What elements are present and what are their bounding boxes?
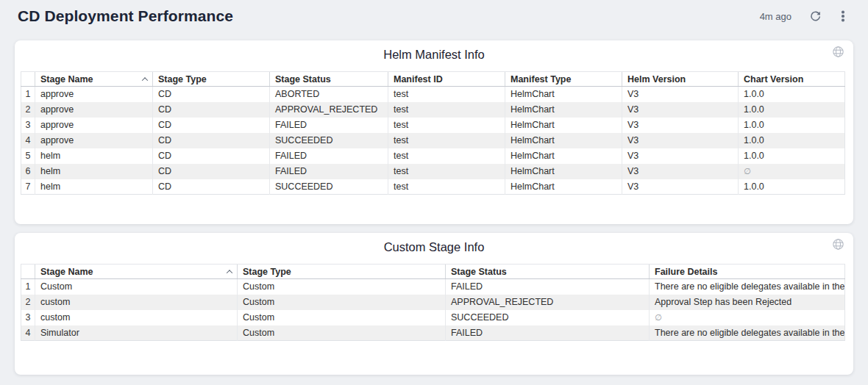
column-header-manifest-id[interactable]: Manifest ID bbox=[388, 72, 505, 87]
panel-title: Helm Manifest Info bbox=[15, 40, 853, 64]
custom-stage-table: Stage NameStage TypeStage StatusFailure … bbox=[21, 264, 845, 341]
table-cell: CD bbox=[153, 102, 270, 118]
column-header-label: Manifest ID bbox=[394, 74, 443, 84]
table-cell: ∅ bbox=[650, 310, 845, 325]
table-cell: test bbox=[388, 133, 505, 148]
table-cell: SUCCEEDED bbox=[270, 133, 388, 148]
table-row: 5helmCDFAILEDtestHelmChartV31.0.0 bbox=[21, 148, 845, 164]
table-row: 7helmCDSUCCEEDEDtestHelmChartV31.0.0 bbox=[21, 179, 845, 195]
row-number: 6 bbox=[21, 164, 35, 179]
column-header-failure-details[interactable]: Failure Details bbox=[650, 265, 845, 279]
column-header-label: Chart Version bbox=[744, 74, 803, 84]
column-header-stage-type[interactable]: Stage Type bbox=[238, 265, 446, 279]
table-cell: approve bbox=[35, 133, 153, 148]
sort-ascending-icon bbox=[142, 77, 148, 83]
table-cell: helm bbox=[35, 164, 153, 179]
sort-ascending-icon bbox=[227, 270, 232, 276]
table-cell: 1.0.0 bbox=[739, 118, 845, 133]
table-cell: Custom bbox=[238, 295, 446, 310]
table-cell: HelmChart bbox=[505, 87, 622, 102]
kebab-menu-button[interactable] bbox=[834, 7, 852, 25]
column-header-label: Stage Type bbox=[158, 74, 207, 84]
table-cell: HelmChart bbox=[505, 118, 622, 133]
row-number: 5 bbox=[21, 148, 35, 164]
table-cell: Approval Step has been Rejected bbox=[650, 295, 845, 310]
dashboard-page: CD Deployment Performance 4m ago Helm Ma… bbox=[0, 0, 868, 375]
column-header-stage-status[interactable]: Stage Status bbox=[446, 265, 650, 279]
column-header-manifest-type[interactable]: Manifest Type bbox=[505, 72, 622, 87]
row-number: 1 bbox=[21, 87, 35, 102]
page-title: CD Deployment Performance bbox=[18, 7, 233, 25]
table-cell: test bbox=[388, 87, 505, 102]
table-cell: V3 bbox=[622, 164, 739, 179]
table-cell: HelmChart bbox=[505, 102, 622, 118]
row-number: 4 bbox=[21, 133, 35, 148]
column-header-chart-version[interactable]: Chart Version bbox=[739, 72, 845, 87]
table-cell: 1.0.0 bbox=[739, 133, 845, 148]
row-number: 4 bbox=[21, 325, 35, 341]
panel-globe-button[interactable] bbox=[832, 238, 844, 251]
table-row: 2approveCDAPPROVAL_REJECTEDtestHelmChart… bbox=[21, 102, 845, 118]
table-cell: SUCCEEDED bbox=[446, 310, 650, 325]
helm-manifest-table: Stage NameStage TypeStage StatusManifest… bbox=[21, 71, 845, 195]
table-cell: CD bbox=[153, 118, 270, 133]
column-header-helm-version[interactable]: Helm Version bbox=[622, 72, 739, 87]
table-cell: test bbox=[388, 118, 505, 133]
table-cell: test bbox=[388, 164, 505, 179]
table-cell: There are no eligible delegates availabl… bbox=[650, 279, 845, 295]
table-cell: There are no eligible delegates availabl… bbox=[650, 325, 845, 341]
table-cell: Custom bbox=[238, 310, 446, 325]
table-cell: Custom bbox=[238, 325, 446, 341]
row-number: 1 bbox=[21, 279, 35, 295]
table-cell: APPROVAL_REJECTED bbox=[446, 295, 650, 310]
table-cell: FAILED bbox=[270, 148, 388, 164]
table-row: 3customCustomSUCCEEDED∅ bbox=[21, 310, 845, 325]
table-row: 6helmCDFAILEDtestHelmChartV3∅ bbox=[21, 164, 845, 179]
table-cell: HelmChart bbox=[505, 148, 622, 164]
table-cell: 1.0.0 bbox=[739, 102, 845, 118]
globe-icon bbox=[832, 238, 844, 251]
row-number: 7 bbox=[21, 179, 35, 195]
table-cell: CD bbox=[153, 133, 270, 148]
column-header-stage-status[interactable]: Stage Status bbox=[270, 72, 388, 87]
column-header-label: Failure Details bbox=[655, 267, 717, 277]
table-cell: HelmChart bbox=[505, 179, 622, 195]
table-cell: V3 bbox=[622, 102, 739, 118]
vertical-ellipsis-icon bbox=[842, 15, 844, 18]
table-cell: approve bbox=[35, 87, 153, 102]
table-cell: V3 bbox=[622, 148, 739, 164]
table-cell: approve bbox=[35, 118, 153, 133]
table-cell: test bbox=[388, 102, 505, 118]
panel-globe-button[interactable] bbox=[832, 46, 844, 58]
row-number: 2 bbox=[21, 102, 35, 118]
table-cell: approve bbox=[35, 102, 153, 118]
column-header-label: Stage Name bbox=[40, 267, 93, 277]
table-cell: helm bbox=[35, 179, 153, 195]
table-cell: V3 bbox=[622, 87, 739, 102]
table-row: 3approveCDFAILEDtestHelmChartV31.0.0 bbox=[21, 118, 845, 133]
refresh-button[interactable] bbox=[806, 7, 824, 25]
table-row: 4approveCDSUCCEEDEDtestHelmChartV31.0.0 bbox=[21, 133, 845, 148]
table-cell: helm bbox=[35, 148, 153, 164]
row-number-header bbox=[21, 72, 35, 87]
table-cell: FAILED bbox=[270, 118, 388, 133]
table-cell: FAILED bbox=[270, 164, 388, 179]
panel-helm-manifest-info: Helm Manifest Info Stage NameStage TypeS… bbox=[15, 40, 853, 224]
column-header-stage-name[interactable]: Stage Name bbox=[35, 265, 238, 279]
table-row: 1approveCDABORTEDtestHelmChartV31.0.0 bbox=[21, 87, 845, 102]
column-header-label: Stage Status bbox=[451, 267, 507, 277]
table-cell: HelmChart bbox=[505, 164, 622, 179]
table-cell: Custom bbox=[35, 279, 238, 295]
column-header-label: Stage Name bbox=[40, 74, 93, 84]
column-header-label: Manifest Type bbox=[511, 74, 571, 84]
table-cell: HelmChart bbox=[505, 133, 622, 148]
table-cell: V3 bbox=[622, 118, 739, 133]
column-header-label: Stage Status bbox=[275, 74, 331, 84]
table-cell: ABORTED bbox=[270, 87, 388, 102]
table-cell: 1.0.0 bbox=[739, 179, 845, 195]
table-cell: V3 bbox=[622, 133, 739, 148]
column-header-stage-name[interactable]: Stage Name bbox=[35, 72, 153, 87]
column-header-stage-type[interactable]: Stage Type bbox=[153, 72, 270, 87]
last-refreshed-label: 4m ago bbox=[760, 11, 791, 22]
table-cell: ∅ bbox=[739, 164, 845, 179]
